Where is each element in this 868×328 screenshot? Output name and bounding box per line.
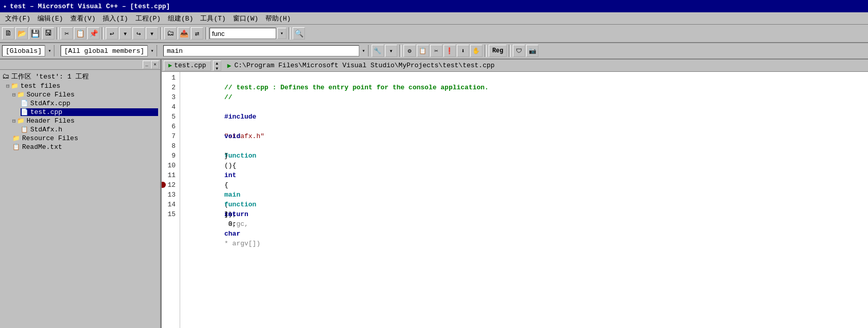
nav-tool-6[interactable]: ⬇ [457,45,469,57]
tree-label-stdafx-cpp: StdAfx.cpp [30,100,70,107]
code-line-6: void function (){ [184,122,864,131]
menu-item-view[interactable]: 查看(V) [67,13,99,24]
search-box[interactable] [209,28,276,39]
function-arrow[interactable]: ▾ [359,45,368,56]
txt-icon: 📋 [12,143,20,151]
find-button[interactable]: 🔍 [293,27,305,40]
nav-tool-7[interactable]: ✋ [470,45,483,57]
nav-tool-8[interactable]: 🛡 [513,45,525,57]
code-line-12: function (); [184,180,864,190]
brace-8: } [224,152,228,160]
menu-item-help[interactable]: 帮助(H) [262,13,294,24]
code-area: 1 2 3 4 5 6 7 8 9 10 11 12 13 14 15 [162,72,868,328]
tree-label-header-files: Header Files [27,117,75,125]
sep4 [205,27,207,40]
menu-item-edit[interactable]: 编辑(E) [34,13,66,24]
output-button[interactable]: 📤 [178,27,190,40]
line-2: 2 [164,83,178,92]
nav-sep3 [509,45,511,57]
tree-label-test-files: test files [21,82,61,90]
line-13: 13 [164,190,178,200]
editor-tab-test-cpp[interactable]: ▶ test.cpp [164,61,211,71]
search-dropdown[interactable]: ▾ [277,28,286,39]
code-line-9 [184,151,864,161]
brace-14: } [224,210,228,218]
cut-button[interactable]: ✂ [61,27,73,40]
scope-arrow[interactable]: ▾ [45,45,54,56]
nav-tool-1[interactable]: 🔧 [372,45,384,57]
panel-close[interactable]: ✕ [151,61,159,69]
toolbar: 🗎 📂 💾 🖫 ✂ 📋 📌 ↩ ▾ ↪ ▾ 🗂 📤 ⇄ ▾ 🔍 [0,25,868,43]
undo-dropdown[interactable]: ▾ [119,27,131,40]
sep2 [102,27,104,40]
header-folder-icon: 📁 [17,117,25,125]
save-button[interactable]: 💾 [29,27,41,40]
tree-item-stdafx-cpp[interactable]: 📄 StdAfx.cpp [21,100,158,107]
redo-dropdown[interactable]: ▾ [146,27,158,40]
menu-item-tools[interactable]: 工具(T) [197,13,228,24]
sync-button[interactable]: ⇄ [191,27,203,40]
nav-tool-4[interactable]: ✂ [430,45,442,57]
open-button[interactable]: 📂 [15,27,28,40]
nav-arrow-btn[interactable]: ▾ [385,45,397,57]
tree-item-test-cpp[interactable]: 📄 test.cpp [21,108,158,116]
tree-item-test-files[interactable]: ⊟ 📁 test files [6,82,158,90]
nav-tool-9[interactable]: 📷 [526,45,538,57]
nav-sep2 [485,45,487,57]
tab-icon: ▶ [168,62,172,69]
tab-updown[interactable]: ▲ ▼ [213,61,221,71]
code-line-13: return 0; [184,190,864,200]
panel-minimize[interactable]: _ [143,61,151,69]
tree-item-resource-files[interactable]: 📁 Resource Files [12,134,158,142]
left-panel: _ ✕ 🗂 工作区 'test': 1 工程 ⊟ 📁 test files ⊟ … [0,60,162,328]
code-line-10: int main ( int argc, char * argv[]) [184,161,864,170]
expand-test-files: ⊟ [6,83,10,89]
code-line-15 [184,209,864,219]
tree-item-source-files[interactable]: ⊟ 📁 Source Files [12,91,158,99]
comment-2: // [224,93,233,101]
workspace-button[interactable]: 🗂 [164,27,177,40]
code-line-14: } [184,200,864,209]
copy-button[interactable]: 📋 [74,27,86,40]
new-button[interactable]: 🗎 [2,27,14,40]
members-dropdown[interactable]: [All global members] ▾ [61,45,157,56]
line-7: 7 [164,131,178,141]
function-label: main [164,47,359,55]
tree-item-header-files[interactable]: ⊟ 📁 Header Files [12,117,158,125]
menu-item-window[interactable]: 窗口(W) [230,13,261,24]
tree-item-stdafx-h[interactable]: 📋 StdAfx.h [21,126,158,133]
expand-header-files: ⊟ [12,118,16,124]
scope-dropdown[interactable]: [Globals] ▾ [2,45,54,56]
paste-button[interactable]: 📌 [87,27,100,40]
file-path-text: C:\Program Files\Microsoft Visual Studio… [234,62,494,69]
menu-item-file[interactable]: 文件(F) [2,13,33,24]
tree-label-stdafx-h: StdAfx.h [30,126,62,133]
function-dropdown[interactable]: main ▾ [163,45,369,56]
search-input[interactable] [212,30,274,37]
code-line-3 [184,92,864,102]
tab-up[interactable]: ▲ [216,61,218,66]
reg-button[interactable]: Reg [489,45,507,57]
sep1 [56,27,59,40]
tree-label-resource-files: Resource Files [22,134,78,142]
undo-button[interactable]: ↩ [106,27,118,40]
nav-tool-2[interactable]: ⚙ [403,45,416,57]
menu-item-build[interactable]: 组建(B) [165,13,196,24]
save-all-button[interactable]: 🖫 [42,27,54,40]
tab-down[interactable]: ▼ [216,66,218,71]
line-1: 1 [164,73,178,83]
indent-12 [224,191,256,199]
workspace-root: 🗂 工作区 'test': 1 工程 [2,72,158,81]
indent-13 [224,201,256,208]
nav-tool-5[interactable]: ❗ [443,45,456,57]
tree-item-readme[interactable]: 📋 ReadMe.txt [12,143,158,151]
code-content[interactable]: // test.cpp : Defines the entry point fo… [180,72,868,328]
line-numbers: 1 2 3 4 5 6 7 8 9 10 11 12 13 14 15 [162,72,180,328]
members-arrow[interactable]: ▾ [147,45,157,56]
nav-tool-3[interactable]: 📋 [417,45,429,57]
menu-item-insert[interactable]: 插入(I) [100,13,131,24]
menu-item-project[interactable]: 工程(P) [132,13,164,24]
space-4 [224,123,228,130]
redo-button[interactable]: ↪ [132,27,145,40]
title-bar: ✦ test – Microsoft Visual C++ – [test.cp… [0,0,868,12]
